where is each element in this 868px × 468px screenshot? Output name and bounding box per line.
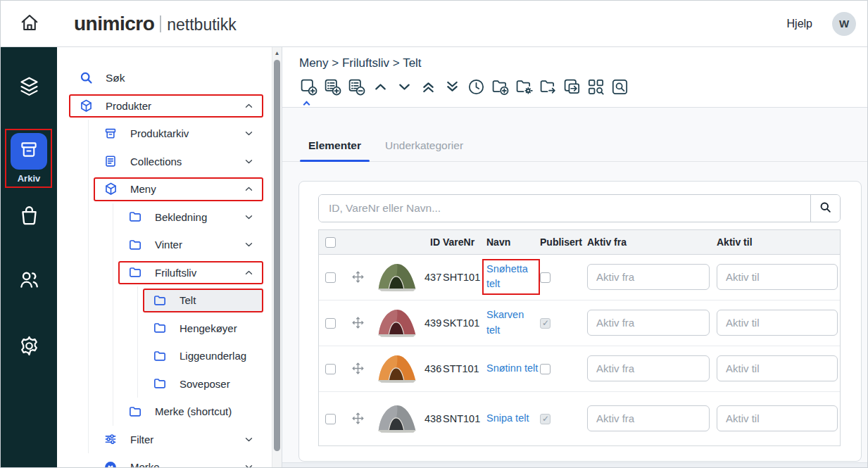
aktiv-fra-input[interactable] — [587, 310, 710, 336]
aktiv-fra-input[interactable] — [587, 264, 710, 290]
tab-elementer[interactable]: Elementer — [300, 139, 370, 162]
scrollbar-thumb[interactable] — [274, 60, 280, 451]
search-button[interactable] — [810, 195, 840, 222]
drag-handle-icon[interactable] — [343, 316, 372, 329]
rail-item-arkiv[interactable]: Arkiv — [1, 129, 57, 188]
chevron-down-icon[interactable] — [243, 434, 255, 445]
aktiv-fra-input[interactable] — [587, 405, 710, 431]
chevron-up-icon[interactable] — [243, 183, 255, 195]
product-link[interactable]: Snøhetta telt — [486, 263, 528, 289]
tree-item-label: Bekledning — [155, 211, 207, 223]
chevron-down-icon[interactable] — [243, 156, 255, 167]
row-checkbox[interactable] — [325, 414, 336, 424]
tree-scrollbar[interactable]: ▲ — [272, 47, 282, 467]
add-list-item-button[interactable] — [322, 78, 342, 98]
scroll-up-arrow[interactable]: ▲ — [272, 50, 282, 56]
toolbar — [298, 78, 629, 98]
publisert-checkbox[interactable] — [540, 364, 551, 374]
row-checkbox[interactable] — [325, 364, 336, 374]
folder-settings-button[interactable] — [514, 78, 534, 98]
aktiv-fra-input[interactable] — [587, 355, 710, 381]
select-all-checkbox[interactable] — [325, 237, 336, 248]
chevron-down-icon[interactable] — [243, 211, 255, 223]
tree-item-produkter[interactable]: Produkter — [57, 92, 282, 120]
publisert-checkbox[interactable] — [540, 414, 551, 424]
aktiv-til-input[interactable] — [717, 355, 838, 381]
history-button[interactable] — [466, 78, 486, 98]
export-folder-button[interactable] — [562, 78, 581, 98]
rail-item-gear[interactable] — [1, 334, 57, 360]
home-button[interactable] — [18, 12, 42, 36]
cell-id: 436 — [424, 346, 443, 391]
nav-tree-panel: Søk Produkter Produktarkiv Collections M… — [57, 47, 282, 467]
move-to-top-button[interactable] — [418, 78, 438, 98]
drag-handle-icon[interactable] — [343, 362, 372, 375]
tree-item-hengek-yer[interactable]: Hengekøyer — [57, 315, 282, 343]
breadcrumb-item[interactable]: Meny — [299, 56, 329, 70]
tree-item-collections[interactable]: Collections — [57, 148, 282, 176]
tree-item-vinter[interactable]: Vinter — [57, 231, 282, 259]
tree-item-merke-shortcut[interactable]: Merke (shortcut) — [57, 398, 282, 426]
col-aktiv-fra: Aktiv fra — [584, 230, 713, 254]
tree-item-meny[interactable]: Meny — [57, 175, 282, 203]
tab-underkategorier[interactable]: Underkategorier — [377, 139, 472, 162]
rail-item-shopping-bag[interactable] — [1, 203, 57, 229]
product-link[interactable]: Snipa telt — [486, 412, 529, 424]
breadcrumb-item[interactable]: Telt — [403, 56, 421, 70]
tree-item-filter[interactable]: Filter — [57, 426, 282, 454]
product-link[interactable]: Snøtinn telt — [486, 362, 538, 374]
help-link[interactable]: Hjelp — [787, 18, 812, 30]
chevron-down-icon[interactable] — [243, 127, 255, 139]
row-checkbox[interactable] — [325, 272, 336, 283]
tabs-bar: ElementerUnderkategorier — [282, 108, 867, 162]
chevron-down-icon[interactable] — [243, 239, 255, 251]
breadcrumb-item[interactable]: Friluftsliv — [342, 56, 389, 70]
product-link[interactable]: Skarven telt — [486, 309, 524, 335]
chevron-up-icon[interactable] — [243, 100, 255, 112]
tree-item-merke[interactable]: Merke — [57, 453, 282, 467]
tree-item-liggeunderlag[interactable]: Liggeunderlag — [57, 342, 282, 370]
avatar[interactable]: W — [832, 12, 856, 36]
move-folder-button[interactable] — [538, 78, 558, 98]
publisert-checkbox[interactable] — [540, 272, 551, 283]
add-folder-button[interactable] — [490, 78, 510, 98]
tree-item-soveposer[interactable]: Soveposer — [57, 370, 282, 398]
search-input[interactable] — [319, 195, 810, 222]
aktiv-til-input[interactable] — [717, 310, 838, 336]
publisert-checkbox[interactable] — [540, 318, 551, 329]
move-up-button[interactable] — [370, 78, 390, 98]
tree-item-bekledning[interactable]: Bekledning — [57, 203, 282, 232]
tree-item-friluftsliv[interactable]: Friluftsliv — [57, 259, 282, 287]
tree-item-label: Merke — [130, 461, 160, 467]
tree-item-label: Soveposer — [180, 378, 230, 390]
drag-handle-icon[interactable] — [343, 412, 372, 425]
rail-item-layers[interactable] — [1, 75, 57, 101]
move-down-button[interactable] — [394, 78, 414, 98]
tree-search[interactable]: Søk — [57, 64, 282, 92]
package-icon — [78, 99, 94, 113]
add-folder-icon — [491, 77, 510, 99]
col-id: ID — [424, 230, 443, 254]
tree-item-produktarkiv[interactable]: Produktarkiv — [57, 120, 282, 148]
tree-item-telt[interactable]: Telt — [57, 286, 282, 315]
remove-list-item-button[interactable] — [346, 78, 366, 98]
grid-search-button[interactable] — [586, 78, 605, 98]
active-rail-tile[interactable] — [11, 133, 47, 170]
chevron-down-icon[interactable] — [243, 461, 255, 467]
drag-handle-icon[interactable] — [343, 270, 372, 284]
filter-icon — [103, 432, 118, 446]
folder-icon — [152, 349, 168, 363]
home-icon — [19, 12, 40, 36]
aktiv-til-input[interactable] — [717, 405, 838, 431]
add-element-button[interactable] — [298, 78, 318, 98]
tree-item-label: Meny — [130, 183, 156, 195]
preview-search-button[interactable] — [610, 78, 629, 98]
row-checkbox[interactable] — [325, 318, 336, 329]
move-to-bottom-button[interactable] — [442, 78, 462, 98]
aktiv-til-input[interactable] — [717, 264, 838, 290]
content-card: ID VareNr Navn Publisert Aktiv fra Aktiv… — [298, 181, 862, 462]
rail-item-users[interactable] — [1, 268, 57, 294]
chevron-up-icon[interactable] — [243, 267, 255, 279]
tree-item-label: Collections — [130, 156, 182, 167]
navn-wrap: Snøtinn telt — [486, 362, 538, 374]
